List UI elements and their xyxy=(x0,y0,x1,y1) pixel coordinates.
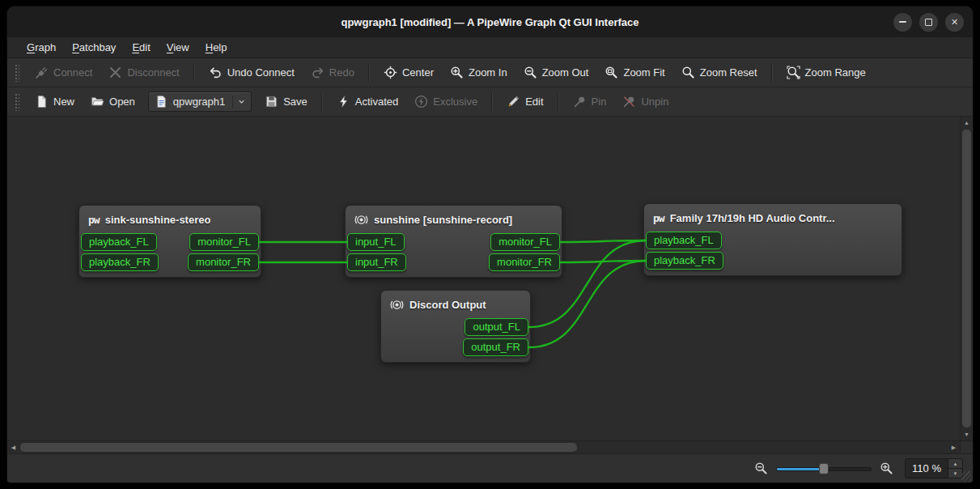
maximize-button[interactable] xyxy=(919,13,938,32)
scroll-left-icon[interactable]: ◀ xyxy=(7,441,19,453)
statusbar: 110 % ▲ ▼ xyxy=(7,453,973,483)
horizontal-scrollbar[interactable]: ◀ ▶ xyxy=(7,440,960,453)
zoom-slider[interactable] xyxy=(776,461,872,476)
scroll-right-icon[interactable]: ▶ xyxy=(948,441,960,453)
zoom-reset-icon xyxy=(681,66,695,79)
toolbar-button-label: Connect xyxy=(53,66,92,79)
port-monitor_FL[interactable]: monitor_FL xyxy=(189,233,259,251)
graph-node-discord[interactable]: Discord Outputoutput_FLoutput_FR xyxy=(380,290,531,363)
menu-view[interactable]: View xyxy=(159,37,197,57)
zoom-out-button[interactable]: Zoom Out xyxy=(516,62,596,83)
graph-node-family[interactable]: pwFamily 17h/19h HD Audio Contr...playba… xyxy=(643,203,902,276)
edit-button[interactable]: Edit xyxy=(499,91,550,113)
new-button[interactable]: New xyxy=(28,91,82,113)
disconnect-icon xyxy=(108,66,122,79)
menubar: GraphPatchbayEditViewHelp xyxy=(7,37,973,58)
horizontal-scroll-thumb[interactable] xyxy=(20,443,577,452)
exclusive-icon xyxy=(414,95,428,108)
save-button[interactable]: Save xyxy=(257,91,315,113)
resize-grip[interactable] xyxy=(961,471,971,481)
node-title-bar[interactable]: sunshine [sunshine-record] xyxy=(346,206,562,233)
connect-icon xyxy=(35,66,49,79)
port-monitor_FR[interactable]: monitor_FR xyxy=(489,253,560,271)
node-title: sink-sunshine-stereo xyxy=(105,214,211,226)
zoom-out-icon[interactable] xyxy=(754,461,768,475)
close-icon: ✕ xyxy=(951,18,958,27)
new-file-icon xyxy=(35,95,49,108)
port-playback_FL[interactable]: playback_FL xyxy=(646,232,722,249)
pin-button[interactable]: Pin xyxy=(566,91,614,113)
port-input_FR[interactable]: input_FR xyxy=(347,253,406,271)
pin-icon xyxy=(573,95,587,108)
minimize-button[interactable] xyxy=(893,13,912,32)
port-input_FL[interactable]: input_FL xyxy=(347,233,405,251)
undo-connect-button[interactable]: Undo Connect xyxy=(202,62,302,83)
horizontal-scroll-track[interactable] xyxy=(19,441,948,453)
patchbay-select-combo[interactable]: qpwgraph1 xyxy=(148,91,252,112)
center-button[interactable]: Center xyxy=(376,62,441,83)
zoom-spinbox[interactable]: 110 % ▲ ▼ xyxy=(905,458,963,478)
port-playback_FR[interactable]: playback_FR xyxy=(81,253,159,271)
vertical-scrollbar[interactable]: ▲ ▼ xyxy=(960,117,973,440)
unpin-button[interactable]: Unpin xyxy=(615,91,676,113)
zoom-reset-button[interactable]: Zoom Reset xyxy=(674,62,765,83)
node-title: sunshine [sunshine-record] xyxy=(374,214,512,226)
menu-help[interactable]: Help xyxy=(197,37,235,57)
center-icon xyxy=(384,66,397,79)
port-playback_FL[interactable]: playback_FL xyxy=(81,233,157,251)
zoom-fit-button[interactable]: Zoom Fit xyxy=(597,62,672,83)
close-button[interactable]: ✕ xyxy=(945,13,964,32)
port-playback_FR[interactable]: playback_FR xyxy=(646,252,723,270)
graph-node-sunshine[interactable]: sunshine [sunshine-record]input_FLmonito… xyxy=(345,205,562,278)
pipewire-icon: pw xyxy=(653,212,664,224)
toolbar-drag-handle[interactable] xyxy=(15,93,19,111)
toolbar-button-label: Disconnect xyxy=(127,66,179,79)
titlebar[interactable]: qpwgraph1 [modified] — A PipeWire Graph … xyxy=(7,6,973,37)
port-monitor_FR[interactable]: monitor_FR xyxy=(188,253,259,271)
redo-button[interactable]: Redo xyxy=(303,62,362,83)
disconnect-button[interactable]: Disconnect xyxy=(101,62,186,83)
port-monitor_FL[interactable]: monitor_FL xyxy=(490,233,560,251)
zoom-in-icon xyxy=(450,66,464,79)
pipewire-icon: pw xyxy=(88,214,100,226)
redo-icon xyxy=(311,66,325,79)
scrollbar-corner xyxy=(960,440,973,453)
zoom-slider-handle[interactable] xyxy=(819,463,829,474)
toolbar-button-label: Zoom Range xyxy=(805,66,866,79)
spin-up-icon[interactable]: ▲ xyxy=(948,459,962,469)
port-output_FL[interactable]: output_FL xyxy=(465,318,528,336)
graph-node-sink[interactable]: pwsink-sunshine-stereoplayback_FLmonitor… xyxy=(78,205,261,278)
undo-icon xyxy=(209,66,223,79)
graph-canvas-area: pwsink-sunshine-stereoplayback_FLmonitor… xyxy=(7,117,973,453)
scroll-up-icon[interactable]: ▲ xyxy=(961,117,973,129)
lightning-icon xyxy=(337,95,350,108)
menu-edit[interactable]: Edit xyxy=(124,37,158,57)
combo-value: qpwgraph1 xyxy=(173,96,225,108)
spin-buttons: ▲ ▼ xyxy=(948,459,962,478)
exclusive-button[interactable]: Exclusive xyxy=(407,91,485,113)
vertical-scroll-thumb[interactable] xyxy=(962,130,971,427)
zoom-in-button[interactable]: Zoom In xyxy=(443,62,515,83)
vertical-scroll-track[interactable] xyxy=(961,129,973,428)
toolbar-button-label: Unpin xyxy=(641,96,668,108)
node-title-bar[interactable]: pwsink-sunshine-stereo xyxy=(79,206,261,233)
open-button[interactable]: Open xyxy=(83,91,142,113)
app-window: qpwgraph1 [modified] — A PipeWire Graph … xyxy=(6,6,974,483)
node-title-bar[interactable]: Discord Output xyxy=(381,291,530,318)
graph-canvas[interactable]: pwsink-sunshine-stereoplayback_FLmonitor… xyxy=(7,117,960,440)
menu-graph[interactable]: Graph xyxy=(19,37,64,57)
toolbar-drag-handle[interactable] xyxy=(15,64,19,82)
spin-down-icon[interactable]: ▼ xyxy=(948,469,962,478)
pencil-icon xyxy=(507,95,520,108)
open-folder-icon xyxy=(91,95,104,108)
connect-button[interactable]: Connect xyxy=(28,62,100,83)
zoom-in-icon[interactable] xyxy=(880,461,893,475)
toolbar-button-label: Zoom Fit xyxy=(623,66,664,79)
activated-button[interactable]: Activated xyxy=(329,91,405,113)
zoom-range-button[interactable]: Zoom Range xyxy=(779,62,873,83)
scroll-down-icon[interactable]: ▼ xyxy=(961,428,973,440)
maximize-icon xyxy=(925,19,932,26)
port-output_FR[interactable]: output_FR xyxy=(463,338,528,356)
menu-patchbay[interactable]: Patchbay xyxy=(64,37,124,57)
node-title-bar[interactable]: pwFamily 17h/19h HD Audio Contr... xyxy=(644,204,902,232)
